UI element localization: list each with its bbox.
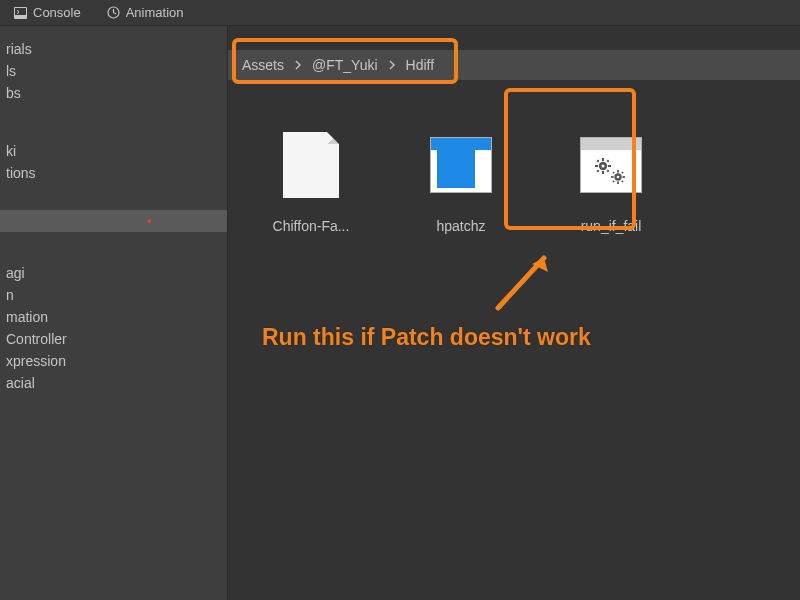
- exe-icon: [430, 130, 492, 200]
- asset-file[interactable]: Chiffon-Fa...: [256, 130, 366, 234]
- svg-rect-8: [597, 160, 600, 163]
- file-icon: [280, 130, 342, 200]
- tab-animation-label: Animation: [126, 5, 184, 20]
- chevron-right-icon: [294, 57, 302, 73]
- svg-rect-4: [602, 158, 604, 161]
- sidebar-item[interactable]: tions: [0, 162, 227, 184]
- svg-rect-6: [595, 165, 598, 167]
- svg-rect-10: [607, 160, 610, 163]
- sidebar-item[interactable]: ls: [0, 60, 227, 82]
- svg-rect-14: [617, 170, 619, 173]
- asset-label: Chiffon-Fa...: [273, 218, 350, 234]
- svg-rect-15: [617, 181, 619, 184]
- tab-console[interactable]: Console: [10, 3, 85, 22]
- breadcrumb-root[interactable]: Assets: [242, 57, 284, 73]
- asset-bat[interactable]: run_if_fail: [556, 130, 666, 234]
- breadcrumb-mid[interactable]: @FT_Yuki: [312, 57, 378, 73]
- sidebar-item[interactable]: ki: [0, 140, 227, 162]
- clock-icon: [107, 6, 120, 19]
- sidebar-item[interactable]: agi: [0, 262, 227, 284]
- sidebar-item[interactable]: rials: [0, 38, 227, 60]
- svg-rect-20: [621, 171, 623, 173]
- svg-rect-18: [612, 171, 614, 173]
- asset-pane: Assets @FT_Yuki Hdiff Chiffon-Fa...: [228, 26, 800, 600]
- asset-label: run_if_fail: [581, 218, 642, 234]
- svg-point-12: [602, 165, 605, 168]
- svg-rect-19: [621, 180, 623, 182]
- svg-rect-1: [15, 8, 26, 15]
- sidebar-item[interactable]: xpression: [0, 350, 227, 372]
- svg-rect-17: [622, 176, 625, 178]
- svg-point-22: [617, 176, 620, 179]
- svg-rect-11: [597, 170, 600, 173]
- batch-icon: [580, 130, 642, 200]
- sidebar-item-selected[interactable]: [0, 210, 227, 232]
- sidebar: rials ls bs ki tions agi n mation Contro…: [0, 26, 228, 600]
- annotation-text: Run this if Patch doesn't work: [262, 324, 591, 351]
- tab-animation[interactable]: Animation: [103, 3, 188, 22]
- asset-grid: Chiffon-Fa... hpatchz: [228, 80, 800, 284]
- warning-dot-icon: [148, 220, 151, 223]
- breadcrumb[interactable]: Assets @FT_Yuki Hdiff: [228, 50, 800, 80]
- sidebar-item[interactable]: bs: [0, 82, 227, 104]
- asset-label: hpatchz: [436, 218, 485, 234]
- console-icon: [14, 7, 27, 19]
- svg-rect-5: [602, 171, 604, 174]
- svg-rect-16: [611, 176, 614, 178]
- sidebar-item[interactable]: acial: [0, 372, 227, 394]
- tab-bar: Console Animation: [0, 0, 800, 26]
- asset-exe[interactable]: hpatchz: [406, 130, 516, 234]
- sidebar-item[interactable]: mation: [0, 306, 227, 328]
- sidebar-item[interactable]: n: [0, 284, 227, 306]
- sidebar-item[interactable]: Controller: [0, 328, 227, 350]
- chevron-right-icon: [388, 57, 396, 73]
- svg-rect-7: [608, 165, 611, 167]
- svg-rect-21: [612, 180, 614, 182]
- tab-console-label: Console: [33, 5, 81, 20]
- breadcrumb-leaf[interactable]: Hdiff: [406, 57, 435, 73]
- svg-rect-9: [607, 170, 610, 173]
